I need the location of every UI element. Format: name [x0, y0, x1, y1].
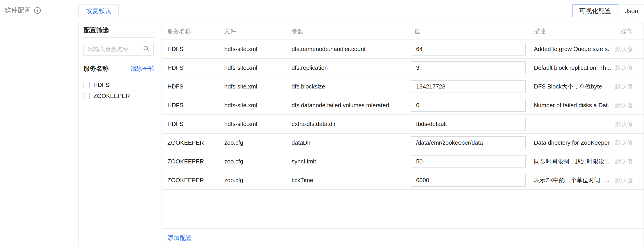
value-input[interactable] — [411, 43, 526, 56]
cell-param: dfs.namenode.handler.count — [292, 46, 411, 52]
config-row: ZOOKEEPER zoo.cfg syncLimit 同步时间限制，超过时限没… — [162, 152, 644, 171]
cell-description: 同步时间限制，超过时限没... — [534, 158, 610, 166]
value-input[interactable] — [411, 174, 526, 187]
cell-param: tickTime — [292, 177, 411, 184]
cell-value — [411, 62, 534, 74]
cell-service: HDFS — [168, 83, 224, 90]
config-table-panel: 服务名称 文件 参数 值 描述 操作 HDFS hdfs-site.xml df… — [162, 22, 644, 248]
value-input[interactable] — [411, 136, 526, 149]
column-header-action: 操作 — [610, 27, 644, 35]
cell-file: hdfs-site.xml — [224, 83, 292, 90]
add-config-link[interactable]: 添加配置 — [168, 234, 192, 242]
config-row: ZOOKEEPER zoo.cfg dataDir Data directory… — [162, 134, 644, 152]
default-value-button[interactable]: 默认值 — [615, 120, 633, 127]
cell-service: HDFS — [168, 64, 224, 71]
config-row: HDFS hdfs-site.xml dfs.datanode.failed.v… — [162, 96, 644, 115]
service-checkbox[interactable] — [84, 93, 90, 99]
column-header-value: 值 — [411, 27, 534, 35]
cell-service: ZOOKEEPER — [168, 177, 224, 184]
service-filter-item[interactable]: HDFS — [84, 80, 154, 90]
cell-action: 默认值 — [610, 82, 644, 90]
service-filter-item[interactable]: ZOOKEEPER — [84, 90, 154, 102]
cell-service: HDFS — [168, 102, 224, 109]
cell-param: dataDir — [292, 139, 411, 146]
cell-action: 默认值 — [610, 176, 644, 184]
default-value-button[interactable]: 默认值 — [615, 64, 633, 71]
cell-action: 默认值 — [610, 120, 644, 128]
cell-action: 默认值 — [610, 139, 644, 147]
cell-service: ZOOKEEPER — [168, 158, 224, 165]
cell-file: zoo.cfg — [224, 177, 292, 184]
cell-description: Default block replication. Th... — [534, 64, 610, 71]
value-input[interactable] — [411, 118, 526, 130]
filter-title: 配置筛选 — [84, 27, 154, 38]
clear-all-link[interactable]: 清除全部 — [130, 66, 154, 72]
config-row: HDFS hdfs-site.xml dfs.blocksize DFS Blo… — [162, 78, 644, 96]
column-header-file: 文件 — [224, 27, 292, 35]
cell-value — [411, 136, 534, 149]
cell-value — [411, 174, 534, 187]
config-row: HDFS hdfs-site.xml dfs.replication Defau… — [162, 59, 644, 78]
search-box — [84, 43, 154, 56]
cell-value — [411, 99, 534, 112]
default-value-button[interactable]: 默认值 — [615, 46, 633, 52]
default-value-button[interactable]: 默认值 — [615, 83, 633, 90]
cell-param: dfs.blocksize — [292, 83, 411, 90]
info-icon[interactable] — [34, 7, 41, 14]
cell-action: 默认值 — [610, 64, 644, 72]
service-section-title: 服务名称 — [84, 66, 109, 72]
cell-service: ZOOKEEPER — [168, 139, 224, 146]
column-header-service: 服务名称 — [168, 27, 224, 35]
column-header-param: 参数 — [292, 27, 411, 35]
cell-param: syncLimit — [292, 158, 411, 165]
cell-param: dfs.datanode.failed.volumes.tolerated — [292, 102, 411, 109]
search-input[interactable] — [88, 46, 142, 53]
config-row: HDFS hdfs-site.xml dfs.namenode.handler.… — [162, 40, 644, 59]
cell-file: hdfs-site.xml — [224, 102, 292, 109]
search-icon[interactable] — [142, 45, 150, 53]
cell-value — [411, 80, 534, 93]
cell-value — [411, 118, 534, 130]
config-row: ZOOKEEPER zoo.cfg tickTime 表示ZK中的一个单位时间，… — [162, 171, 644, 190]
default-value-button[interactable]: 默认值 — [615, 177, 633, 184]
default-value-button[interactable]: 默认值 — [615, 158, 633, 165]
config-table-body: HDFS hdfs-site.xml dfs.namenode.handler.… — [162, 40, 644, 190]
value-input[interactable] — [411, 155, 526, 168]
add-config-row: 添加配置 — [162, 228, 644, 247]
cell-description: Data directory for ZooKeeper. — [534, 139, 610, 146]
cell-file: zoo.cfg — [224, 139, 292, 146]
service-filter-list: HDFS ZOOKEEPER — [84, 80, 154, 102]
json-tab[interactable]: Json — [618, 4, 644, 18]
config-row: HDFS hdfs-site.xml extra-dfs.data.dir 默认… — [162, 115, 644, 134]
page-title: 软件配置 — [4, 6, 31, 15]
cell-param: dfs.replication — [292, 64, 411, 71]
default-value-button[interactable]: 默认值 — [615, 102, 633, 108]
config-filter-sidebar: 配置筛选 服务名称 清除全部 HDFS ZOOKEEPER — [78, 22, 159, 248]
cell-file: hdfs-site.xml — [224, 120, 292, 128]
value-input[interactable] — [411, 80, 526, 93]
cell-file: hdfs-site.xml — [224, 46, 292, 52]
cell-param: extra-dfs.data.dir — [292, 120, 411, 128]
cell-action: 默认值 — [610, 101, 644, 109]
restore-default-button[interactable]: 恢复默认 — [78, 4, 119, 18]
cell-action: 默认值 — [610, 158, 644, 166]
cell-file: hdfs-site.xml — [224, 64, 292, 71]
visual-config-tab[interactable]: 可视化配置 — [572, 4, 618, 18]
cell-service: HDFS — [168, 120, 224, 128]
cell-action: 默认值 — [610, 45, 644, 53]
cell-value — [411, 155, 534, 168]
service-checkbox[interactable] — [84, 82, 90, 88]
config-table-header: 服务名称 文件 参数 值 描述 操作 — [162, 23, 644, 40]
value-input[interactable] — [411, 62, 526, 74]
cell-file: zoo.cfg — [224, 158, 292, 165]
service-checkbox-label: ZOOKEEPER — [94, 92, 130, 100]
service-checkbox-label: HDFS — [94, 82, 110, 88]
cell-description: 表示ZK中的一个单位时间，... — [534, 176, 610, 184]
cell-service: HDFS — [168, 46, 224, 52]
cell-description: Added to grow Queue size s... — [534, 46, 610, 52]
column-header-description: 描述 — [534, 27, 610, 35]
service-filter-header: 服务名称 清除全部 — [84, 66, 154, 76]
value-input[interactable] — [411, 99, 526, 112]
cell-value — [411, 43, 534, 56]
default-value-button[interactable]: 默认值 — [615, 139, 633, 146]
